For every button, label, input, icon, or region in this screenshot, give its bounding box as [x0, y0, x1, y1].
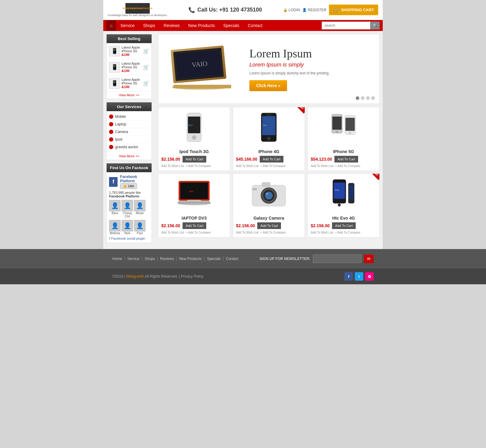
- service-item-camera[interactable]: Camera: [109, 128, 149, 136]
- add-to-cart-button[interactable]: Add To Cart: [183, 156, 206, 162]
- banner-cta-button[interactable]: Click Here »: [249, 80, 287, 91]
- nav-home[interactable]: ⌂: [106, 20, 116, 31]
- product-name: IPhone 4G: [236, 149, 302, 154]
- brand-link[interactable]: Webgranth: [126, 274, 144, 279]
- nav-new-products[interactable]: New Products: [184, 20, 219, 31]
- svg-rect-22: [180, 183, 208, 199]
- svg-point-37: [338, 203, 341, 206]
- main-content: VAIO Lorem Ipsum Lorem Ipsum is simply L…: [155, 31, 383, 249]
- facebook-logo: f: [109, 177, 118, 187]
- service-bullet-icon: [109, 130, 113, 134]
- search-input[interactable]: [322, 22, 370, 29]
- nav-contact[interactable]: Contact: [244, 20, 267, 31]
- add-to-cart-button[interactable]: Add To Cart: [332, 222, 356, 229]
- service-item-ipod[interactable]: Ipod: [109, 136, 149, 143]
- facebook-plugin-link[interactable]: f Facebook social plugin: [109, 237, 149, 240]
- item-info: Latest Apple iPhone 3G &190: [122, 62, 141, 73]
- avatar-bara: 👤: [109, 200, 121, 211]
- banner-dot-1[interactable]: [356, 96, 359, 100]
- banner-dot-4[interactable]: [371, 96, 375, 100]
- item-cart-icon[interactable]: 🛒: [143, 64, 149, 70]
- banner-description: Lorem Ipsum is simply dummy text of the …: [249, 71, 373, 75]
- newsletter-input[interactable]: [313, 255, 361, 263]
- newsletter-submit-button[interactable]: ✉: [364, 255, 374, 263]
- nav-shops[interactable]: Shops: [139, 20, 159, 31]
- footer-link-home[interactable]: Home: [112, 257, 125, 261]
- compare-link[interactable]: + Add To Compare: [260, 231, 286, 234]
- wish-list-link[interactable]: Add To Wish List: [161, 164, 184, 168]
- avatar-nick: 👤: [122, 220, 133, 231]
- svg-rect-16: [332, 117, 342, 130]
- svg-rect-13: [266, 114, 271, 115]
- twitter-social-icon[interactable]: t: [355, 272, 363, 281]
- avatar-paul: 👤: [134, 220, 145, 231]
- service-item-laptop[interactable]: Laptop: [109, 121, 149, 128]
- footer-copyright-bar: ©2013 | Webgranth All Rights Reserved. |…: [0, 268, 486, 284]
- search-button[interactable]: 🔍: [370, 22, 380, 29]
- nav-service[interactable]: Service: [116, 20, 139, 31]
- copyright-text: ©2013 | Webgranth All Rights Reserved. |…: [112, 274, 204, 279]
- footer-link-reviews[interactable]: Reviews: [158, 257, 176, 261]
- product-price: $45.166.00: [236, 157, 257, 162]
- flickr-social-icon[interactable]: ✿: [365, 272, 374, 281]
- avatar-changchil: 👤: [122, 200, 133, 211]
- product-card-iphone4: Apps IPhone 4G $45.166.00 Add To Cart Ad…: [233, 107, 305, 171]
- product-card-htc: 10:08 Htc Evo 4G $2.156.00 Add To Cart A…: [307, 173, 380, 238]
- compare-link[interactable]: + Add To Compare: [335, 231, 360, 234]
- footer-link-new-products[interactable]: New Products: [176, 257, 204, 261]
- add-to-cart-button[interactable]: Add To Cart: [334, 156, 358, 162]
- service-bullet-icon: [109, 145, 113, 149]
- product-price-row: $2.156.00 Add To Cart: [161, 222, 227, 229]
- service-item-mobile[interactable]: Mobile: [109, 113, 149, 121]
- svg-rect-25: [187, 200, 201, 202]
- wish-list-link[interactable]: Add To Wish List: [236, 164, 258, 168]
- services-list: Mobile Laptop Camera Ipod: [107, 111, 152, 152]
- cart-button[interactable]: 🛒 SHOPPING CART: [329, 5, 378, 15]
- banner-dot-3[interactable]: [366, 96, 370, 100]
- add-to-cart-button[interactable]: Add To Cart: [257, 222, 281, 229]
- item-cart-icon[interactable]: 🛒: [143, 80, 149, 86]
- login-link[interactable]: 🔒 LOGIN: [283, 8, 300, 12]
- fb-header: f Facebook Platform 👍 Like: [109, 175, 149, 189]
- item-cart-icon[interactable]: 🛒: [143, 48, 149, 54]
- compare-link[interactable]: + Add To Compare: [186, 164, 211, 168]
- wish-list-link[interactable]: Add To Wish List: [161, 231, 184, 234]
- add-to-cart-button[interactable]: Add To Cart: [260, 156, 283, 162]
- services-view-more[interactable]: View More >>: [107, 152, 152, 160]
- fb-avatar-nick: 👤 Nick: [122, 220, 133, 235]
- footer-link-specials[interactable]: Specials: [204, 257, 223, 261]
- main-nav: ⌂ Service Shops Reviews New Products Spe…: [103, 20, 383, 31]
- facebook-social-icon[interactable]: f: [344, 272, 353, 281]
- svg-rect-33: [253, 188, 257, 190]
- compare-link[interactable]: + Add To Compare: [186, 231, 211, 234]
- best-selling-view-more[interactable]: View More >>: [107, 91, 152, 99]
- avatar-alican: 👤: [134, 200, 145, 211]
- product-links: Add To Wish List + Add To Compare: [161, 231, 227, 234]
- product-card-laptop: DV3 IAPTOP DV3 $2.156.00 Add To Cart Add…: [158, 173, 230, 238]
- wish-list-link[interactable]: Add To Wish List: [311, 164, 333, 168]
- svg-rect-24: [178, 201, 210, 204]
- svg-point-31: [266, 193, 268, 195]
- nav-specials[interactable]: Specials: [219, 20, 244, 31]
- product-price: $2.156.00: [236, 223, 255, 228]
- footer-link-contact[interactable]: Contact: [223, 257, 241, 261]
- facebook-like-button[interactable]: 👍 Like: [120, 183, 137, 189]
- footer-link-service[interactable]: Service: [125, 257, 142, 261]
- nav-reviews[interactable]: Reviews: [159, 20, 184, 31]
- product-links: Add To Wish List + Add To Compare: [161, 164, 227, 168]
- register-link[interactable]: 👤 REGISTER: [302, 8, 326, 12]
- wish-list-link[interactable]: Add To Wish List: [236, 231, 258, 234]
- banner-image: VAIO: [158, 34, 243, 104]
- compare-link[interactable]: + Add To Compare: [260, 164, 286, 168]
- header-auth: 🔒 LOGIN 👤 REGISTER 🛒 SHOPPING CART: [283, 5, 378, 15]
- product-image-iphone5: [311, 110, 376, 147]
- product-price-row: $45.166.00 Add To Cart: [236, 156, 302, 162]
- compare-link[interactable]: + Add To Compare: [335, 164, 360, 168]
- phone-number: Call Us: +91 120 4735100: [197, 7, 262, 13]
- add-to-cart-button[interactable]: Add To Cart: [183, 222, 206, 229]
- wish-list-link[interactable]: Add To Wish List: [311, 231, 333, 234]
- banner-dot-2[interactable]: [361, 96, 364, 100]
- footer-link-shops[interactable]: Shops: [142, 257, 158, 261]
- service-item-gravida[interactable]: gravida auctor: [109, 143, 149, 151]
- svg-text:DV3: DV3: [189, 190, 193, 193]
